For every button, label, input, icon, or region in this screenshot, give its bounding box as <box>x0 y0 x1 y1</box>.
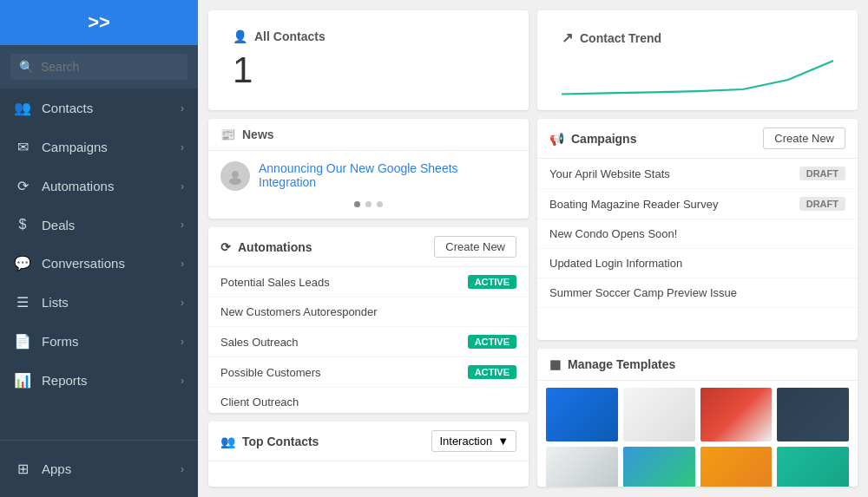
sidebar-item-deals[interactable]: $ Deals › <box>0 206 198 244</box>
sidebar-label-campaigns: Campaigns <box>42 140 108 154</box>
automation-item[interactable]: Sales Outreach ACTIVE <box>208 327 529 357</box>
lists-icon: ☰ <box>14 294 31 311</box>
right-column: 📢 Campaigns Create New Your April Websit… <box>537 119 858 487</box>
template-thumbnail[interactable] <box>546 388 618 441</box>
template-thumbnail[interactable] <box>546 447 618 487</box>
automations-icon: ⟳ <box>14 178 31 194</box>
template-thumbnail[interactable] <box>777 447 849 487</box>
automations-card: ⟳ Automations Create New Potential Sales… <box>208 227 529 413</box>
campaign-list: Your April Website Stats DRAFT Boating M… <box>537 159 858 308</box>
status-badge: ACTIVE <box>468 275 516 289</box>
svg-point-0 <box>232 171 239 178</box>
sidebar-item-contacts[interactable]: 👥 Contacts › <box>0 88 198 128</box>
campaigns-icon: ✉ <box>14 139 31 155</box>
contacts-card-icon: 👤 <box>233 29 247 43</box>
status-badge: DRAFT <box>799 197 845 211</box>
campaigns-icon: 📢 <box>549 132 564 146</box>
template-thumbnail[interactable] <box>777 388 849 441</box>
campaign-item[interactable]: Summer Soccer Camp Preview Issue <box>537 278 858 308</box>
sidebar-label-reports: Reports <box>42 373 88 388</box>
news-headline-link[interactable]: Announcing Our New Google Sheets Integra… <box>259 161 516 189</box>
automation-item[interactable]: Potential Sales Leads ACTIVE <box>208 267 529 298</box>
top-contacts-header: 👥 Top Contacts Interaction ▼ <box>208 422 529 461</box>
svg-point-1 <box>229 178 241 185</box>
dot-3 <box>377 201 383 207</box>
sidebar-item-campaigns[interactable]: ✉ Campaigns › <box>0 128 198 167</box>
campaign-item[interactable]: New Condo Opens Soon! <box>537 219 858 249</box>
status-badge: DRAFT <box>799 167 845 180</box>
reports-icon: 📊 <box>14 372 31 389</box>
sidebar-label-forms: Forms <box>42 334 79 349</box>
forms-icon: 📄 <box>14 333 31 350</box>
chevron-right-icon: › <box>181 258 184 270</box>
automation-name: Potential Sales Leads <box>220 276 330 289</box>
template-thumbnail[interactable] <box>700 447 773 487</box>
sidebar-item-apps[interactable]: ⊞ Apps › <box>0 449 198 488</box>
sidebar-item-automations[interactable]: ⟳ Automations › <box>0 167 198 206</box>
apps-icon: ⊞ <box>14 461 31 477</box>
sidebar-item-forms[interactable]: 📄 Forms › <box>0 322 198 361</box>
automations-title: ⟳ Automations <box>220 240 312 254</box>
status-badge: ACTIVE <box>468 335 516 349</box>
automation-item[interactable]: Client Outreach <box>208 388 529 413</box>
automation-name: New Customers Autoresponder <box>220 305 378 318</box>
news-title: News <box>242 128 274 141</box>
conversations-icon: 💬 <box>14 255 31 271</box>
chevron-down-icon: ▼ <box>497 435 509 448</box>
avatar <box>220 161 250 191</box>
sidebar-item-conversations[interactable]: 💬 Conversations › <box>0 244 198 283</box>
interaction-dropdown[interactable]: Interaction ▼ <box>431 430 516 452</box>
campaigns-title: 📢 Campaigns <box>549 132 636 146</box>
campaign-item[interactable]: Your April Website Stats DRAFT <box>537 159 858 189</box>
campaigns-header: 📢 Campaigns Create New <box>537 119 858 159</box>
automation-item[interactable]: Possible Customers ACTIVE <box>208 357 529 388</box>
sidebar-bottom: ⊞ Apps › <box>0 440 198 497</box>
left-column: 📰 News Announcing Our New Google Sheets … <box>208 119 529 487</box>
templates-header: ▦ Manage Templates <box>537 349 858 381</box>
automation-name: Sales Outreach <box>220 336 299 349</box>
automation-item[interactable]: New Customers Autoresponder <box>208 298 529 327</box>
automations-create-button[interactable]: Create New <box>434 236 516 258</box>
news-body: Announcing Our New Google Sheets Integra… <box>208 151 529 201</box>
campaign-item[interactable]: Updated Login Information <box>537 249 858 278</box>
news-icon: 📰 <box>220 128 235 141</box>
campaigns-create-button[interactable]: Create New <box>763 128 845 149</box>
template-thumbnail[interactable] <box>623 447 695 487</box>
search-icon: 🔍 <box>19 60 34 74</box>
template-thumbnail[interactable] <box>623 388 695 441</box>
chevron-right-icon: › <box>181 180 184 193</box>
campaign-name: Boating Magazine Reader Survey <box>549 198 718 211</box>
sidebar-header: >> <box>0 0 198 45</box>
sidebar-label-automations: Automations <box>42 179 114 193</box>
automation-name: Possible Customers <box>220 366 321 379</box>
chevron-right-icon: › <box>181 141 184 154</box>
status-badge: ACTIVE <box>468 365 516 379</box>
sidebar-item-lists[interactable]: ☰ Lists › <box>0 283 198 322</box>
news-card: 📰 News Announcing Our New Google Sheets … <box>208 119 529 219</box>
trend-chart <box>562 51 833 99</box>
deals-icon: $ <box>14 217 31 232</box>
campaign-item[interactable]: Boating Magazine Reader Survey DRAFT <box>537 189 858 219</box>
template-thumbnail[interactable] <box>700 388 773 441</box>
sidebar-label-apps: Apps <box>42 461 71 476</box>
campaign-name: New Condo Opens Soon! <box>549 227 677 240</box>
campaign-name: Updated Login Information <box>549 257 682 270</box>
search-box[interactable]: 🔍 <box>10 54 187 80</box>
automation-list: Potential Sales Leads ACTIVE New Custome… <box>208 267 529 413</box>
chevron-right-icon: › <box>181 219 184 231</box>
automation-name: Client Outreach <box>220 396 299 409</box>
sidebar-item-reports[interactable]: 📊 Reports › <box>0 361 198 400</box>
top-contacts-icon: 👥 <box>220 435 235 448</box>
dot-1 <box>354 201 360 207</box>
main-content: 👤 All Contacts 1 ↗ Contact Trend <box>198 0 868 497</box>
chevron-right-icon: › <box>181 336 184 348</box>
top-contacts-card: 👥 Top Contacts Interaction ▼ <box>208 422 529 487</box>
middle-row: 📰 News Announcing Our New Google Sheets … <box>208 119 858 487</box>
chevron-right-icon: › <box>181 375 184 387</box>
contact-trend-card: ↗ Contact Trend <box>537 10 858 110</box>
manage-templates-card: ▦ Manage Templates <box>537 349 858 487</box>
logo-icon: >> <box>88 11 110 34</box>
all-contacts-card: 👤 All Contacts 1 <box>208 10 529 110</box>
search-input[interactable] <box>41 60 179 74</box>
chevron-right-icon: › <box>181 102 184 114</box>
